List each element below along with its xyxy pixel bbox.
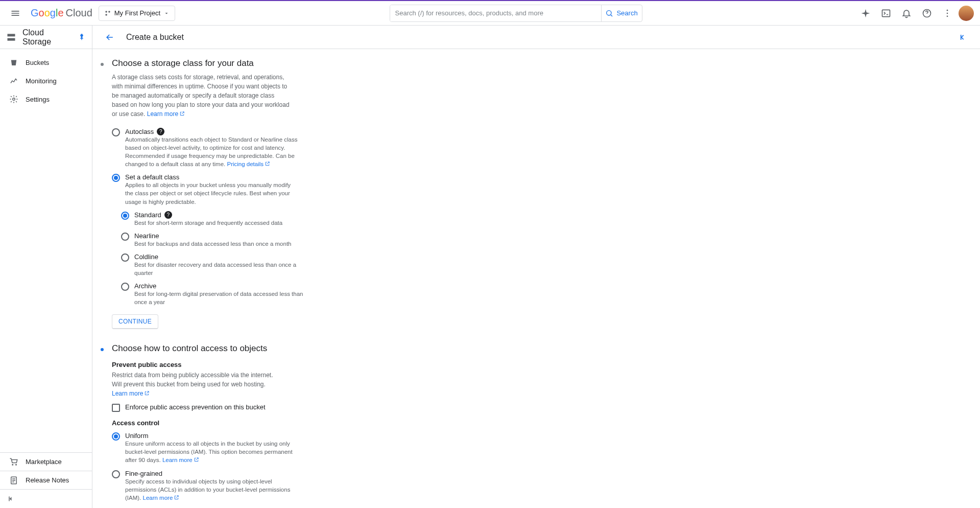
back-button[interactable] [101, 28, 119, 47]
external-icon [144, 390, 150, 396]
radio-desc: Applies to all objects in your bucket un… [125, 181, 299, 205]
expand-panel-button[interactable] [953, 28, 972, 47]
product-name: Cloud Storage [22, 28, 71, 47]
document-icon [9, 476, 18, 485]
subhead-access-control: Access control [112, 419, 406, 427]
radio-label: Coldline [134, 253, 158, 261]
checkbox-input[interactable] [112, 404, 120, 412]
chart-icon [9, 76, 18, 85]
radio-desc: Automatically transitions each object to… [125, 135, 299, 168]
search-button[interactable]: Search [601, 5, 642, 21]
svg-point-1 [108, 11, 110, 13]
page-title: Create a bucket [126, 33, 184, 42]
radio-label: Nearline [134, 232, 159, 240]
sidebar-item-release-notes[interactable]: Release Notes [0, 471, 92, 490]
help-tooltip-icon[interactable]: ? [157, 128, 164, 135]
more-icon[interactable] [938, 4, 957, 22]
radio-desc: Best for disaster recovery and data acce… [134, 261, 308, 277]
radio-input[interactable] [112, 128, 120, 136]
radio-label: Set a default class [125, 173, 179, 181]
sidebar-item-label: Monitoring [26, 77, 57, 85]
cart-icon [9, 457, 18, 467]
gear-icon [9, 95, 18, 104]
radio-input[interactable] [121, 253, 129, 262]
radio-input[interactable] [112, 432, 120, 441]
sidebar-item-label: Marketplace [26, 458, 62, 466]
global-header: Google Cloud My First Project Search [0, 1, 980, 26]
svg-point-6 [947, 9, 948, 11]
checkbox-label: Enforce public access prevention on this… [125, 403, 266, 411]
learn-more-link[interactable]: Learn more [143, 495, 180, 501]
project-selector[interactable]: My First Project [99, 6, 175, 21]
cloudshell-icon[interactable] [877, 4, 895, 22]
radio-coldline[interactable]: Coldline Best for disaster recovery and … [121, 253, 406, 277]
chevron-left-icon [6, 494, 15, 503]
radio-input[interactable] [121, 212, 129, 220]
sidebar-item-monitoring[interactable]: Monitoring [0, 72, 92, 90]
svg-point-8 [947, 15, 948, 17]
radio-desc: Best for short-term storage and frequent… [134, 219, 308, 227]
radio-label: Autoclass [125, 128, 154, 135]
radio-archive[interactable]: Archive Best for long-term digital prese… [121, 282, 406, 306]
step-storage-class: Choose a storage class for your data A s… [100, 58, 406, 329]
external-icon [174, 495, 179, 500]
learn-more-link[interactable]: Learn more [147, 110, 185, 118]
learn-more-link[interactable]: Learn more [162, 457, 199, 463]
project-name: My First Project [114, 9, 160, 17]
pricing-link[interactable]: Pricing details [227, 161, 270, 167]
radio-uniform[interactable]: Uniform Ensure uniform access to all obj… [112, 432, 406, 464]
svg-point-11 [13, 98, 15, 101]
radio-nearline[interactable]: Nearline Best for backups and data acces… [121, 232, 406, 248]
prevent-desc: Restrict data from being publicly access… [112, 371, 280, 398]
svg-point-3 [607, 10, 611, 15]
sidebar-item-settings[interactable]: Settings [0, 90, 92, 108]
help-tooltip-icon[interactable]: ? [164, 211, 172, 219]
step-access: Choose how to control access to objects … [100, 343, 406, 508]
svg-point-2 [105, 14, 107, 16]
learn-more-link[interactable]: Learn more [112, 390, 150, 397]
pin-icon[interactable] [78, 33, 86, 41]
external-icon [179, 111, 185, 117]
search-icon [605, 9, 613, 17]
chevron-down-icon [163, 10, 170, 16]
step-heading: Choose a storage class for your data [112, 58, 406, 68]
radio-input[interactable] [121, 233, 129, 241]
collapse-sidebar-button[interactable] [0, 490, 92, 508]
radio-autoclass[interactable]: Autoclass ? Automatically transitions ea… [112, 128, 406, 168]
radio-desc: Best for long-term digital preservation … [134, 290, 308, 306]
svg-point-7 [947, 12, 948, 14]
radio-standard[interactable]: Standard ? Best for short-term storage a… [121, 211, 406, 227]
notifications-icon[interactable] [897, 4, 916, 22]
svg-rect-4 [882, 10, 890, 16]
gemini-icon[interactable] [856, 4, 875, 22]
continue-button[interactable]: CONTINUE [112, 314, 158, 329]
storage-icon [6, 32, 16, 42]
search-box[interactable]: Search [390, 5, 642, 22]
radio-input[interactable] [121, 283, 129, 291]
sidebar-item-buckets[interactable]: Buckets [0, 53, 92, 72]
hamburger-icon[interactable] [6, 4, 25, 22]
external-icon [265, 161, 270, 167]
step-desc: A storage class sets costs for storage, … [112, 73, 291, 119]
help-icon[interactable] [918, 4, 936, 22]
radio-set-default[interactable]: Set a default class Applies to all objec… [112, 173, 406, 205]
sidebar-item-label: Buckets [26, 59, 49, 66]
svg-point-0 [105, 11, 107, 13]
chevron-left-bar-icon [958, 32, 968, 42]
sidebar-item-label: Release Notes [26, 476, 69, 484]
radio-input[interactable] [112, 470, 120, 478]
sidebar-item-label: Settings [26, 96, 50, 103]
google-cloud-logo[interactable]: Google Cloud [31, 7, 92, 19]
radio-input[interactable] [112, 174, 120, 182]
svg-rect-9 [8, 34, 15, 36]
radio-desc: Specify access to individual objects by … [125, 477, 299, 502]
search-input[interactable] [390, 5, 601, 21]
radio-fine-grained[interactable]: Fine-grained Specify access to individua… [112, 470, 406, 502]
external-icon [194, 457, 199, 463]
enforce-checkbox[interactable]: Enforce public access prevention on this… [112, 403, 406, 412]
product-row: Cloud Storage [0, 26, 92, 49]
sidebar-item-marketplace[interactable]: Marketplace [0, 453, 92, 471]
radio-desc: Ensure uniform access to all objects in … [125, 440, 299, 464]
radio-desc: Best for backups and data accessed less … [134, 240, 308, 248]
avatar[interactable] [959, 6, 974, 21]
